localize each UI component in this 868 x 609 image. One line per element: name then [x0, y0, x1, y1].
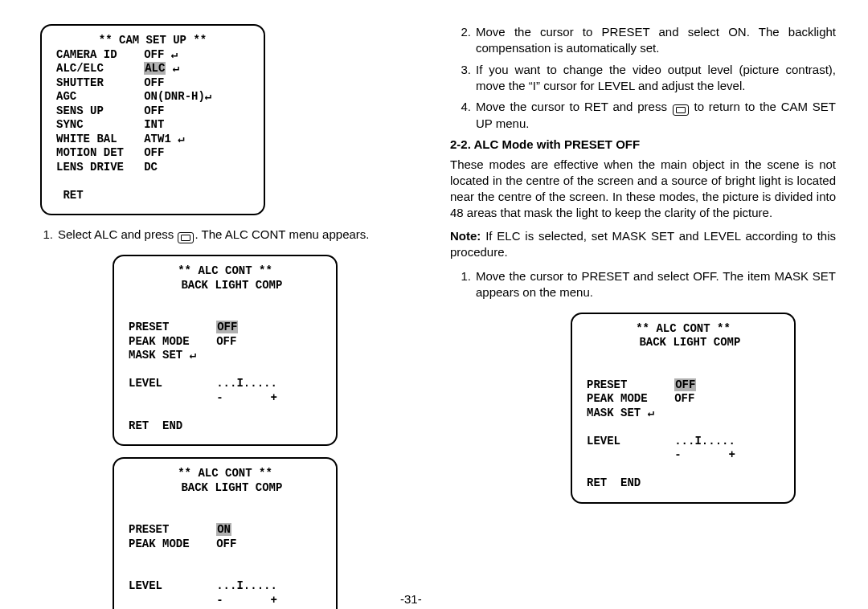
step-number: 1.	[32, 227, 58, 243]
right-step-3: 3. If you want to change the video outpu…	[450, 62, 836, 95]
page-root: ** CAM SET UP **CAMERA ID OFF ↵ ALC/ELC …	[0, 0, 868, 609]
alc-elc-value: ALC	[144, 62, 166, 75]
left-step-1: 1. Select ALC and press . The ALC CONT m…	[32, 227, 418, 243]
right-step-4: 4. Move the cursor to RET and press to r…	[450, 99, 836, 132]
set-button-icon	[673, 104, 689, 116]
right-column: 2. Move the cursor to PRESET and select …	[450, 24, 836, 609]
alc-cont-panel-preset-on: ** ALC CONT ** BACK LIGHT COMP PRESET ON…	[113, 457, 338, 609]
alc-cont-panel-preset-off: ** ALC CONT ** BACK LIGHT COMP PRESET OF…	[113, 255, 338, 446]
cam-setup-panel: ** CAM SET UP **CAMERA ID OFF ↵ ALC/ELC …	[40, 24, 265, 215]
right-step-1b: 1. Move the cursor to PRESET and select …	[450, 268, 836, 301]
page-number: -31-	[400, 592, 422, 606]
section-paragraph: These modes are effective when the main …	[450, 157, 836, 222]
cam-setup-title: ** CAM SET UP **	[56, 34, 249, 48]
right-step-2: 2. Move the cursor to PRESET and select …	[450, 24, 836, 57]
section-heading: 2-2. ALC Mode with PRESET OFF	[450, 137, 836, 153]
preset-value-on: ON	[216, 523, 231, 536]
preset-value: OFF	[216, 321, 238, 333]
left-column: ** CAM SET UP **CAMERA ID OFF ↵ ALC/ELC …	[32, 24, 418, 609]
note-paragraph: Note: If ELC is selected, set MASK SET a…	[450, 228, 836, 261]
set-button-icon	[178, 232, 194, 243]
alc-cont-title: ** ALC CONT **	[129, 264, 321, 279]
preset-value-right: OFF	[674, 378, 696, 391]
alc-cont-panel-right: ** ALC CONT ** BACK LIGHT COMP PRESET OF…	[571, 313, 796, 504]
